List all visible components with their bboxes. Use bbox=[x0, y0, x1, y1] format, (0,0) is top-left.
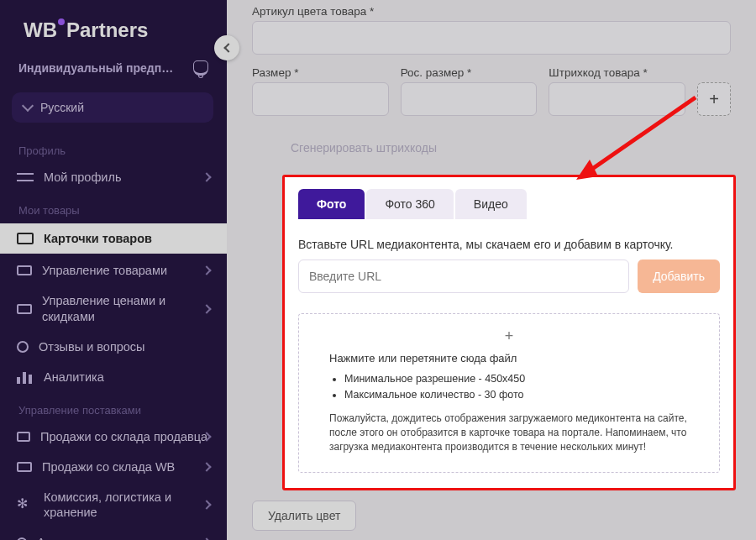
input-ru-size[interactable] bbox=[401, 82, 538, 116]
section-supplies: Управление поставками bbox=[0, 392, 227, 422]
logo: WBPartners bbox=[0, 0, 227, 52]
language-selector[interactable]: Русский bbox=[12, 92, 213, 123]
dropzone-note: Пожалуйста, дождитесь отображения загруж… bbox=[329, 412, 689, 455]
plus-icon: + bbox=[329, 328, 689, 345]
logo-text-1: WB bbox=[24, 18, 57, 41]
nav-manage-goods[interactable]: Управление товарами bbox=[0, 255, 227, 286]
box-icon bbox=[17, 233, 34, 244]
nav-sales-wb[interactable]: Продажи со склада WB bbox=[0, 452, 227, 482]
delete-color-button[interactable]: Удалить цвет bbox=[252, 501, 356, 531]
section-profile: Профиль bbox=[0, 133, 227, 162]
generate-barcodes-link[interactable]: Сгенерировать штрихкоды bbox=[252, 116, 731, 165]
sidebar: WBPartners Индивидуальный предпр… Русски… bbox=[0, 0, 227, 540]
nav-analytics[interactable]: Аналитика bbox=[0, 362, 227, 392]
add-media-url-button[interactable]: Добавить bbox=[638, 260, 720, 293]
nav-product-cards[interactable]: Карточки товаров bbox=[0, 223, 227, 254]
tag-icon bbox=[17, 304, 32, 314]
input-barcode[interactable] bbox=[549, 82, 685, 116]
tab-photo360[interactable]: Фото 360 bbox=[366, 189, 453, 219]
truck-icon bbox=[17, 265, 32, 275]
sidebar-collapse-toggle[interactable] bbox=[214, 35, 239, 60]
language-label: Русский bbox=[40, 101, 84, 114]
nav-reviews[interactable]: Отзывы и вопросы bbox=[0, 332, 227, 362]
media-upload-panel: Фото Фото 360 Видео Вставьте URL медиако… bbox=[282, 175, 736, 490]
nav-my-profile[interactable]: Мой профиль bbox=[0, 162, 227, 192]
merchant-row: Индивидуальный предпр… bbox=[0, 52, 227, 87]
sliders-icon bbox=[17, 170, 34, 184]
notifications-icon[interactable] bbox=[193, 60, 208, 76]
nav-manage-prices[interactable]: Управление ценами и скидками bbox=[0, 286, 227, 331]
media-tabs: Фото Фото 360 Видео bbox=[298, 189, 720, 219]
label-size: Размер * bbox=[252, 66, 389, 79]
add-size-button[interactable]: + bbox=[697, 82, 731, 116]
merchant-name[interactable]: Индивидуальный предпр… bbox=[18, 61, 178, 75]
label-color-sku: Артикул цвета товара * bbox=[252, 5, 731, 18]
media-url-input[interactable] bbox=[298, 260, 629, 293]
bars-icon bbox=[17, 370, 34, 384]
req-count: Максимальное количество - 30 фото bbox=[344, 387, 689, 403]
chevron-right-icon bbox=[202, 266, 211, 275]
chevron-right-icon bbox=[202, 462, 211, 471]
label-ru-size: Рос. размер * bbox=[401, 66, 538, 79]
dropzone-requirements: Минимальное разрешение - 450х450 Максима… bbox=[329, 371, 689, 403]
tab-photo[interactable]: Фото bbox=[298, 189, 365, 219]
chat-icon bbox=[17, 341, 29, 353]
section-goods: Мои товары bbox=[0, 192, 227, 222]
snowflake-icon: ✻ bbox=[17, 498, 34, 511]
logo-text-2: Partners bbox=[66, 18, 148, 41]
logo-dot bbox=[58, 18, 65, 25]
input-color-sku[interactable] bbox=[252, 21, 731, 55]
nav-sales-seller[interactable]: Продажи со склада продавца bbox=[0, 422, 227, 452]
truck-icon bbox=[17, 462, 32, 472]
nav-warehouses[interactable]: Адреса складов bbox=[0, 527, 227, 540]
dropzone-title: Нажмите или перетяните сюда файл bbox=[329, 352, 689, 364]
req-resolution: Минимальное разрешение - 450х450 bbox=[344, 371, 689, 387]
chevron-left-icon bbox=[223, 43, 233, 52]
nav-commission[interactable]: ✻ Комиссия, логистика и хранение bbox=[0, 482, 227, 527]
chevron-down-icon bbox=[22, 100, 34, 112]
label-barcode: Штрихкод товара * bbox=[549, 66, 685, 79]
tab-video[interactable]: Видео bbox=[455, 189, 527, 219]
input-size[interactable] bbox=[252, 82, 389, 116]
chevron-right-icon bbox=[202, 172, 211, 181]
media-dropzone[interactable]: + Нажмите или перетяните сюда файл Миним… bbox=[298, 313, 720, 473]
media-url-hint: Вставьте URL медиаконтента, мы скачаем е… bbox=[298, 238, 720, 251]
cart-icon bbox=[17, 432, 30, 442]
